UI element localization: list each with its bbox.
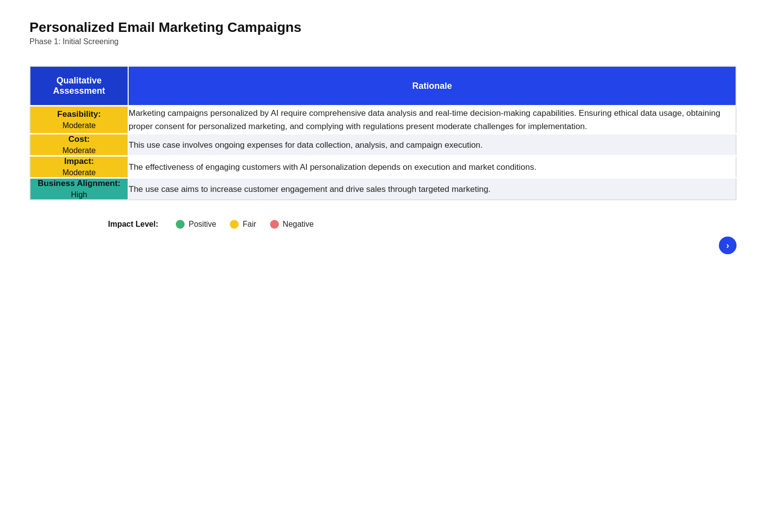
- table-row-feasibility: Feasibility:ModerateMarketing campaigns …: [30, 106, 736, 134]
- assessment-value-feasibility: Moderate: [30, 121, 128, 130]
- table-header-row: Qualitative Assessment Rationale: [30, 66, 736, 106]
- legend-area: Impact Level: Positive Fair Negative: [29, 220, 737, 229]
- assessment-label-cost: Cost:: [30, 134, 128, 144]
- page-subtitle: Phase 1: Initial Screening: [29, 37, 737, 46]
- rationale-cell-feasibility: Marketing campaigns personalized by AI r…: [128, 106, 736, 134]
- assessment-label-feasibility: Feasibility:: [30, 109, 128, 119]
- assessment-cell-feasibility: Feasibility:Moderate: [30, 106, 128, 134]
- assessment-value-business: High: [30, 190, 128, 199]
- negative-dot-icon: [270, 220, 279, 229]
- legend-item-negative: Negative: [270, 220, 314, 229]
- assessment-value-cost: Moderate: [30, 146, 128, 155]
- table-row-cost: Cost:ModerateThis use case involves ongo…: [30, 134, 736, 156]
- legend-item-positive: Positive: [176, 220, 216, 229]
- header-assessment: Qualitative Assessment: [30, 66, 128, 106]
- brand-icon: ›: [719, 237, 737, 254]
- table-row-impact: Impact:ModerateThe effectiveness of enga…: [30, 156, 736, 178]
- page-title: Personalized Email Marketing Campaigns: [29, 20, 737, 35]
- rationale-cell-impact: The effectiveness of engaging customers …: [128, 156, 736, 178]
- rationale-cell-cost: This use case involves ongoing expenses …: [128, 134, 736, 156]
- assessment-value-impact: Moderate: [30, 168, 128, 177]
- legend-label-positive: Positive: [189, 220, 216, 229]
- legend-item-fair: Fair: [230, 220, 256, 229]
- legend-title: Impact Level:: [108, 220, 158, 229]
- assessment-table: Qualitative Assessment Rationale Feasibi…: [29, 66, 737, 200]
- assessment-cell-business: Business Alignment:High: [30, 178, 128, 200]
- legend-label-negative: Negative: [283, 220, 314, 229]
- header-rationale: Rationale: [128, 66, 736, 106]
- legend-label-fair: Fair: [243, 220, 256, 229]
- assessment-label-business: Business Alignment:: [30, 179, 128, 188]
- assessment-label-impact: Impact:: [30, 157, 128, 166]
- positive-dot-icon: [176, 220, 185, 229]
- assessment-cell-impact: Impact:Moderate: [30, 156, 128, 178]
- rationale-cell-business: The use case aims to increase customer e…: [128, 178, 736, 200]
- assessment-cell-cost: Cost:Moderate: [30, 134, 128, 156]
- table-row-business: Business Alignment:HighThe use case aims…: [30, 178, 736, 200]
- bottom-bar: ›: [29, 237, 737, 254]
- fair-dot-icon: [230, 220, 239, 229]
